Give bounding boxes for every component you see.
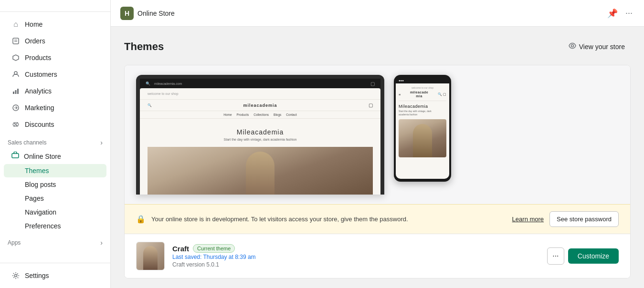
mock-site: welcome to our shop 🔍 mileacademia ▢ Hom… — [140, 88, 380, 195]
customize-button[interactable]: Customize — [568, 248, 619, 264]
sidebar-item-label: Customers — [25, 71, 57, 78]
theme-meta: Craft Current theme Last saved: Thursday… — [172, 244, 539, 268]
mock-link-products: Products — [237, 113, 249, 116]
theme-more-button[interactable]: ··· — [547, 247, 564, 265]
sidebar: ⌂ Home Orders Products Customers Analy — [0, 0, 111, 288]
mock-links-row: Home Products Collections Blogs Contact — [140, 111, 380, 119]
topbar-more-button[interactable]: ··· — [623, 6, 634, 20]
mobile-figure-silhouette — [413, 124, 432, 157]
laptop-url: mileacademia.com — [154, 82, 182, 85]
svg-rect-6 — [17, 89, 19, 94]
sidebar-item-home[interactable]: ⌂ Home — [4, 16, 106, 32]
content-area: Themes View your store 🔍 mileacademia.co… — [111, 27, 644, 288]
marketing-icon — [11, 103, 20, 112]
theme-thumbnail — [136, 242, 165, 270]
mobile-welcome: welcome to our shop — [399, 86, 446, 89]
svg-point-12 — [15, 275, 17, 277]
learn-more-button[interactable]: Learn more — [512, 216, 544, 223]
sidebar-item-online-store[interactable]: Online Store — [4, 149, 106, 164]
svg-rect-0 — [13, 38, 19, 44]
sidebar-item-themes[interactable]: Themes — [4, 164, 106, 177]
mock-cart-icon: ▢ — [369, 103, 373, 108]
mobile-status: ●●● — [399, 79, 404, 82]
main-content: H Online Store 📌 ··· Themes View your st… — [111, 0, 644, 288]
svg-point-9 — [16, 125, 18, 126]
analytics-icon — [11, 87, 20, 95]
sidebar-header — [0, 0, 110, 12]
theme-version: Craft version 5.0.1 — [172, 261, 539, 268]
online-store-subnav: Themes Blog posts Pages Navigation Prefe… — [0, 164, 110, 233]
mobile-status-bar: ●●● — [396, 78, 449, 83]
laptop-notch-bar: 🔍 mileacademia.com ▢ — [140, 79, 380, 88]
theme-saved-time: Thursday at 8:39 am — [203, 254, 256, 260]
sidebar-item-settings[interactable]: Settings — [4, 267, 106, 284]
sidebar-bottom: Settings — [0, 263, 110, 288]
sidebar-item-products[interactable]: Products — [4, 50, 106, 66]
sidebar-item-label: Marketing — [25, 104, 54, 112]
mock-store-name: mileacademia — [152, 103, 369, 108]
sidebar-item-discounts[interactable]: Discounts — [4, 116, 106, 133]
store-icon: H — [120, 7, 134, 20]
products-icon — [11, 53, 20, 62]
sidebar-item-label: Orders — [25, 37, 45, 45]
mock-hero-image — [148, 147, 373, 195]
mock-nav: welcome to our shop — [140, 88, 380, 100]
theme-name-row: Craft Current theme — [172, 244, 539, 253]
pin-icon[interactable]: 📌 — [605, 6, 620, 21]
sidebar-item-label: Discounts — [25, 121, 54, 128]
mock-hero: Mileacademia Start the day with vintage,… — [140, 119, 380, 195]
chevron-right-icon: › — [100, 139, 103, 146]
laptop-frame: 🔍 mileacademia.com ▢ welcome to our shop… — [136, 75, 384, 195]
preview-area: 🔍 mileacademia.com ▢ welcome to our shop… — [125, 65, 630, 204]
mobile-frame: ●●● welcome to our shop ≡ mileacademia 🔍… — [394, 75, 451, 182]
mobile-hero-subtitle: Start the day with vintage, darkacademia… — [399, 110, 446, 116]
mobile-hero-image — [399, 119, 446, 157]
sidebar-item-label: Analytics — [25, 87, 52, 95]
theme-current-badge: Current theme — [193, 244, 235, 253]
mobile-preview: ●●● welcome to our shop ≡ mileacademia 🔍… — [394, 75, 451, 182]
sidebar-item-pages[interactable]: Pages — [4, 192, 106, 205]
mobile-screen: ●●● welcome to our shop ≡ mileacademia 🔍… — [396, 78, 449, 179]
mock-hero-title: Mileacademia — [148, 128, 373, 136]
page-title: Themes — [124, 41, 164, 53]
thumbnail-figure — [143, 246, 158, 270]
mock-link-collections: Collections — [253, 113, 269, 116]
sidebar-item-customers[interactable]: Customers — [4, 66, 106, 82]
mock-link-home: Home — [223, 113, 232, 116]
hamburger-icon: ≡ — [399, 93, 401, 96]
mobile-nav-icons: 🔍 ▢ — [438, 93, 446, 96]
sidebar-item-blog-posts[interactable]: Blog posts — [4, 178, 106, 191]
sidebar-item-label: Home — [25, 21, 42, 28]
topbar: H Online Store 📌 ··· — [111, 0, 644, 27]
eye-icon — [569, 42, 576, 51]
theme-preview-card: 🔍 mileacademia.com ▢ welcome to our shop… — [124, 65, 631, 278]
laptop-screen: welcome to our shop 🔍 mileacademia ▢ Hom… — [140, 88, 380, 195]
sidebar-item-marketing[interactable]: Marketing — [4, 100, 106, 116]
discounts-icon — [11, 120, 20, 129]
dev-banner: 🔒 Your online store is in development. T… — [125, 204, 630, 234]
mobile-hero-title: Mileacademia — [399, 104, 446, 109]
see-store-password-button[interactable]: See store password — [549, 211, 619, 227]
mock-link-contact: Contact — [286, 113, 296, 116]
svg-point-3 — [14, 72, 17, 74]
view-store-button[interactable]: View your store — [563, 38, 631, 55]
sidebar-nav: ⌂ Home Orders Products Customers Analy — [0, 12, 110, 263]
topbar-title: Online Store — [137, 10, 602, 17]
laptop-window-controls: ▢ — [370, 81, 375, 86]
sidebar-item-analytics[interactable]: Analytics — [4, 83, 106, 99]
mobile-nav: ≡ mileacademia 🔍 ▢ — [399, 91, 446, 101]
sidebar-item-navigation[interactable]: Navigation — [4, 206, 106, 219]
customers-icon — [11, 70, 20, 79]
sidebar-item-preferences[interactable]: Preferences — [4, 219, 106, 233]
svg-rect-11 — [12, 154, 19, 158]
mobile-store-name: mileacademia — [402, 91, 436, 99]
apps-section[interactable]: Apps › — [0, 233, 110, 248]
mock-main-nav: 🔍 mileacademia ▢ — [140, 100, 380, 111]
dev-banner-text: Your online store is in development. To … — [151, 216, 507, 223]
sales-channels-section[interactable]: Sales channels › — [0, 133, 110, 148]
theme-name: Craft — [172, 245, 189, 253]
more-dots-icon: ··· — [552, 252, 559, 260]
mock-link-blogs: Blogs — [274, 113, 281, 116]
sidebar-item-orders[interactable]: Orders — [4, 33, 106, 49]
topbar-actions: 📌 ··· — [605, 6, 634, 21]
